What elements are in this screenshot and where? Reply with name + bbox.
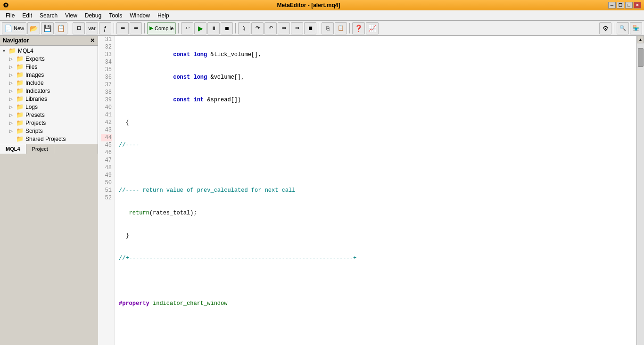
- close-button[interactable]: ✕: [634, 2, 641, 8]
- chart-button[interactable]: 📈: [366, 22, 379, 34]
- navigator-tree: ▼ 📁 MQL4 ▷ 📁 Experts ▷ 📁 Files ▷ 📁: [0, 46, 98, 144]
- tab-mql4[interactable]: MQL4: [0, 144, 26, 154]
- function-icon: ƒ: [104, 25, 107, 32]
- expand-files-icon: ▷: [9, 65, 16, 69]
- tree-item-projects-label: Projects: [25, 120, 46, 126]
- tree-item-logs[interactable]: ▷ 📁 Logs: [0, 103, 98, 111]
- tree-item-files[interactable]: ▷ 📁 Files: [0, 63, 98, 71]
- menu-search[interactable]: Search: [36, 11, 61, 20]
- stepover-button[interactable]: ↷: [251, 22, 264, 34]
- editor-vscrollbar[interactable]: ▲ ▼: [636, 36, 644, 345]
- scripts-folder-icon: 📁: [16, 127, 24, 134]
- tree-item-experts[interactable]: ▷ 📁 Experts: [0, 55, 98, 63]
- play-button[interactable]: ▶: [194, 22, 206, 34]
- vscroll-track[interactable]: [637, 43, 644, 345]
- code-line-35: //----: [119, 141, 633, 149]
- saveas-icon: 📋: [57, 25, 65, 32]
- compile-button[interactable]: ▶ Compile: [147, 22, 176, 34]
- expand-projects-icon: ▷: [9, 121, 16, 125]
- stepout-button[interactable]: ↶: [264, 22, 277, 34]
- menu-view[interactable]: View: [61, 11, 81, 20]
- help-button[interactable]: ❓: [352, 22, 365, 34]
- search-toolbar-button[interactable]: 🔍: [617, 22, 629, 34]
- menu-file[interactable]: File: [2, 11, 18, 20]
- marketplace-button[interactable]: 🏪: [630, 22, 642, 34]
- tree-item-images[interactable]: ▷ 📁 Images: [0, 71, 98, 79]
- navigator-close-icon[interactable]: ✕: [90, 37, 95, 44]
- code-line-41: [119, 277, 633, 285]
- forward-button[interactable]: ➡: [130, 22, 142, 34]
- tree-item-projects[interactable]: ▷ 📁 Projects: [0, 119, 98, 127]
- separator4: [178, 23, 179, 33]
- back-button[interactable]: ⬅: [116, 22, 129, 34]
- stopdbg-button[interactable]: ◼: [304, 22, 316, 34]
- ln-51: 51: [101, 187, 112, 194]
- tab-project[interactable]: Project: [26, 144, 54, 154]
- chart-icon: 📈: [368, 25, 376, 32]
- nextbreak-button[interactable]: ⇒: [278, 22, 290, 34]
- pause-button[interactable]: ⏸: [207, 22, 220, 34]
- menu-window[interactable]: Window: [126, 11, 154, 20]
- tree-item-indicators[interactable]: ▷ 📁 Indicators: [0, 87, 98, 95]
- stepout-icon: ↶: [269, 25, 273, 31]
- tab2-button[interactable]: var: [86, 22, 98, 34]
- navigator-tabs: MQL4 Project: [0, 144, 98, 154]
- window-title: MetaEditor - [alert.mq4]: [9, 2, 608, 8]
- breakall-button[interactable]: ⇛: [291, 22, 303, 34]
- titlebar: ⚙ MetaEditor - [alert.mq4] ─ ❐ □ ✕: [0, 0, 644, 10]
- forward-icon: ➡: [134, 25, 138, 31]
- experts-folder-icon: 📁: [16, 55, 24, 62]
- undo-icon: ↩: [185, 25, 190, 31]
- code-container[interactable]: 31 32 33 34 35 36 37 38 39 40 41 42: [98, 36, 644, 345]
- saveas-button[interactable]: 📋: [55, 22, 67, 34]
- open-button[interactable]: 📂: [27, 22, 40, 34]
- vscroll-thumb[interactable]: [638, 48, 644, 67]
- tree-item-presets[interactable]: ▷ 📁 Presets: [0, 111, 98, 119]
- tree-item-presets-label: Presets: [25, 112, 45, 118]
- new-button[interactable]: 📄 New: [2, 22, 26, 34]
- tree-item-libraries[interactable]: ▷ 📁 Libraries: [0, 95, 98, 103]
- code-line-42: #property indicator_chart_window: [119, 300, 633, 307]
- tree-root-mql4[interactable]: ▼ 📁 MQL4: [0, 47, 98, 55]
- ln-50: 50: [101, 179, 112, 187]
- tab-button[interactable]: ⊟: [73, 22, 85, 34]
- copy-button[interactable]: ⎘: [322, 22, 334, 34]
- save-button[interactable]: 💾: [41, 22, 54, 34]
- code-line-37: //---- return value of prev_calculated f…: [119, 187, 633, 194]
- menu-debug[interactable]: Debug: [81, 11, 105, 20]
- function-button[interactable]: ƒ: [99, 22, 111, 34]
- maximize-button[interactable]: □: [625, 2, 633, 8]
- tree-item-include[interactable]: ▷ 📁 Include: [0, 79, 98, 87]
- code-line-43: [119, 322, 633, 330]
- menu-help[interactable]: Help: [154, 11, 173, 20]
- tree-item-shared-projects[interactable]: 📁 Shared Projects: [0, 135, 98, 143]
- back-icon: ⬅: [121, 25, 125, 31]
- settings-button[interactable]: ⚙: [599, 22, 611, 34]
- stepinto-button[interactable]: ⤵: [238, 22, 250, 34]
- ln-32: 32: [101, 43, 112, 51]
- undo-button[interactable]: ↩: [181, 22, 193, 34]
- restore-button[interactable]: ❐: [617, 2, 624, 8]
- paste-button[interactable]: 📋: [335, 22, 347, 34]
- ln-43: 43: [101, 126, 112, 134]
- expand-indicators-icon: ▷: [9, 89, 16, 93]
- minimize-button[interactable]: ─: [608, 2, 616, 8]
- ln-41: 41: [101, 111, 112, 119]
- expand-include-icon: ▷: [9, 81, 16, 85]
- menu-edit[interactable]: Edit: [18, 11, 36, 20]
- navigator-panel: Navigator ✕ ▼ 📁 MQL4 ▷ 📁 Experts ▷ 📁: [0, 36, 98, 154]
- stop-button[interactable]: ⏹: [221, 22, 233, 34]
- ln-47: 47: [101, 156, 112, 164]
- code-content[interactable]: const long &tick_volume[], const long &v…: [115, 36, 636, 345]
- ln-40: 40: [101, 104, 112, 111]
- separator1: [70, 23, 70, 33]
- separator7: [349, 23, 350, 33]
- ln-49: 49: [101, 172, 112, 179]
- save-icon: 💾: [43, 25, 51, 32]
- ln-42: 42: [101, 119, 112, 126]
- vscroll-up-button[interactable]: ▲: [637, 36, 644, 43]
- menu-tools[interactable]: Tools: [105, 11, 126, 20]
- stopdbg-icon: ◼: [308, 25, 313, 31]
- include-folder-icon: 📁: [16, 79, 24, 86]
- tree-item-scripts[interactable]: ▷ 📁 Scripts: [0, 127, 98, 135]
